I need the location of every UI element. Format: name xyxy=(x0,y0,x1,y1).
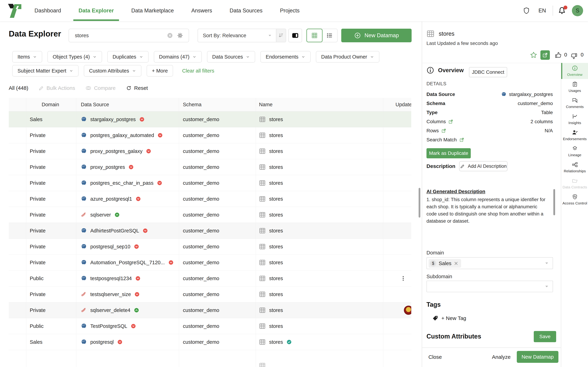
data-source-cell: testposgresql1234 xyxy=(76,271,179,286)
table-row[interactable]: Private sqlserver customer_demo stores xyxy=(9,207,411,223)
table-row[interactable]: Private Automation_PostgreSQL_7120... cu… xyxy=(9,255,411,271)
thumbs-up-icon[interactable] xyxy=(554,51,562,59)
tab-endorsements[interactable]: Endorsements xyxy=(561,127,588,143)
table-row[interactable]: Sales stargalaxy_postgres customer_demo … xyxy=(9,111,411,127)
tab-comments[interactable]: Comments xyxy=(561,95,588,111)
search-settings-gear-icon[interactable] xyxy=(177,32,183,39)
domain-cell: Private xyxy=(26,191,76,207)
brand-logo-icon[interactable] xyxy=(6,2,22,19)
table-grid-icon xyxy=(426,30,434,38)
domain-select[interactable]: $ Sales ✕ xyxy=(426,257,553,269)
compare-button[interactable]: Compare xyxy=(85,85,115,91)
tab-insights[interactable]: Insights xyxy=(561,111,588,127)
domain-cell: Private xyxy=(26,207,76,223)
subdomain-select[interactable] xyxy=(426,281,553,292)
nav-item-projects[interactable]: Projects xyxy=(280,0,300,21)
table-row-partial[interactable] xyxy=(9,350,411,367)
table-row[interactable]: Private postgres_galaxy_automated custom… xyxy=(9,127,411,143)
table-row[interactable]: Private proxy_postgres_galaxy customer_d… xyxy=(9,143,411,159)
nav-item-answers[interactable]: Answers xyxy=(191,0,212,21)
table-row[interactable]: Sales postgresql customer_demo stores xyxy=(9,334,411,350)
filter-chip-subject-matter-expert[interactable]: Subject Matter Expert xyxy=(12,65,78,76)
reset-button[interactable]: Reset xyxy=(126,85,148,91)
data-source-cell: postgres_esc_char_in_pass xyxy=(76,175,179,191)
save-button[interactable]: Save xyxy=(534,331,556,342)
nav-item-data-marketplace[interactable]: Data Marketplace xyxy=(131,0,174,21)
thumbs-down-icon[interactable] xyxy=(571,52,578,60)
external-link-icon[interactable] xyxy=(441,128,446,133)
table-row[interactable]: Private sqlserver_delete4 customer_demo … xyxy=(9,302,411,318)
analyze-button[interactable]: Analyze xyxy=(492,354,511,360)
table-row[interactable]: Private postgresql_sep10 customer_demo s… xyxy=(9,239,411,255)
add-ai-description-button[interactable]: Add AI Description xyxy=(459,161,508,171)
filter-chip-items[interactable]: Items xyxy=(12,51,42,63)
more-filters-button[interactable]: + More xyxy=(147,65,173,76)
table-row[interactable]: Private testsqlserver_size customer_demo… xyxy=(9,286,411,302)
data-source-cell: TestPostgreSQL xyxy=(76,318,179,334)
filter-chip-custom-attributes[interactable]: Custom Attributes xyxy=(84,65,141,76)
row-select-cell xyxy=(9,302,26,318)
grid-view-button[interactable] xyxy=(306,29,322,42)
external-link-icon[interactable] xyxy=(459,137,465,142)
tab-usages[interactable]: Usages xyxy=(561,79,588,95)
external-link-icon[interactable] xyxy=(448,119,453,124)
domain-cell: Public xyxy=(26,318,76,334)
new-tag-button[interactable]: + New Tag xyxy=(432,315,466,321)
remove-domain-icon[interactable]: ✕ xyxy=(454,260,458,267)
data-source-cell: proxy_postgres_galaxy xyxy=(76,143,179,159)
table-row[interactable]: Private postgres_esc_char_in_pass custom… xyxy=(9,175,411,191)
star-favorite-icon[interactable] xyxy=(530,51,537,59)
tab-access-control[interactable]: Access Control xyxy=(561,192,588,208)
person-check-icon xyxy=(572,130,578,135)
panel-new-datamap-button[interactable]: New Datamap xyxy=(517,351,558,363)
name-cell: stores xyxy=(256,127,383,143)
row-menu-icon[interactable] xyxy=(400,275,406,282)
mark-as-duplicate-button[interactable]: Mark as Duplicate xyxy=(426,148,471,158)
filter-chip-data-sources[interactable]: Data Sources xyxy=(207,51,255,63)
table-row[interactable]: Public TestPostgreSQL customer_demo stor… xyxy=(9,318,411,334)
description-label: Description xyxy=(426,163,455,169)
clear-all-filters-link[interactable]: Clear all filters xyxy=(182,68,214,74)
nav-item-dashboard[interactable]: Dashboard xyxy=(35,0,61,21)
data-source-cell: stargalaxy_postgres xyxy=(76,111,179,127)
list-view-button[interactable] xyxy=(322,29,337,42)
jdbc-connect-button[interactable]: JDBC Connect xyxy=(469,67,507,77)
search-input[interactable] xyxy=(69,33,167,39)
tab-relationships[interactable]: Relationships xyxy=(561,159,588,175)
table-scrollbar[interactable] xyxy=(419,188,420,217)
table-row[interactable]: Private azure_postgresql1 customer_demo … xyxy=(9,191,411,207)
domain-cell: Private xyxy=(26,127,76,143)
filter-chip-data-product-owner[interactable]: Data Product Owner xyxy=(316,51,379,63)
sort-by-dropdown[interactable]: Sort By: Relevance xyxy=(198,29,276,42)
table-row[interactable]: Public testposgresql1234 customer_demo s… xyxy=(9,271,411,286)
tab-overview[interactable]: Overview xyxy=(561,63,588,79)
updated-cell xyxy=(383,175,411,191)
filter-chip-object-types-4-[interactable]: Object Types (4) xyxy=(47,51,102,63)
clear-search-icon[interactable] xyxy=(167,33,173,38)
all-results-count[interactable]: All (448) xyxy=(9,85,28,91)
shield-icon[interactable] xyxy=(523,7,530,14)
filter-chip-endorsements[interactable]: Endorsements xyxy=(260,51,311,63)
owner-avatar[interactable] xyxy=(404,306,411,315)
language-selector[interactable]: EN xyxy=(538,8,546,14)
details-panel-toggle-button[interactable] xyxy=(288,29,302,42)
nav-item-data-explorer[interactable]: Data Explorer xyxy=(78,0,114,21)
sort-direction-button[interactable] xyxy=(276,29,286,42)
open-external-button[interactable] xyxy=(540,50,550,60)
nav-item-data-sources[interactable]: Data Sources xyxy=(230,0,262,21)
close-button[interactable]: Close xyxy=(428,354,442,360)
new-datamap-button[interactable]: New Datamap xyxy=(341,29,412,42)
notifications-button[interactable] xyxy=(558,6,566,15)
postgres-icon xyxy=(81,148,87,154)
avatar[interactable]: S xyxy=(572,5,583,16)
bulk-actions-button[interactable]: Bulk Actions xyxy=(38,85,75,91)
filter-chip-duplicates[interactable]: Duplicates xyxy=(107,51,148,63)
details-panel: stores Last Updated a few seconds ago 0 … xyxy=(422,21,588,367)
description-scrollbar[interactable] xyxy=(553,189,555,215)
table-row[interactable]: Private proxy_postgres customer_demo sto… xyxy=(9,159,411,175)
caret-down-icon xyxy=(268,33,272,38)
filter-chip-domains-47-[interactable]: Domains (47) xyxy=(154,51,202,63)
schema-cell: customer_demo xyxy=(179,143,256,159)
table-row[interactable]: Private AdhirtestPostGreSQL customer_dem… xyxy=(9,223,411,239)
tab-lineage[interactable]: Lineage xyxy=(561,143,588,159)
